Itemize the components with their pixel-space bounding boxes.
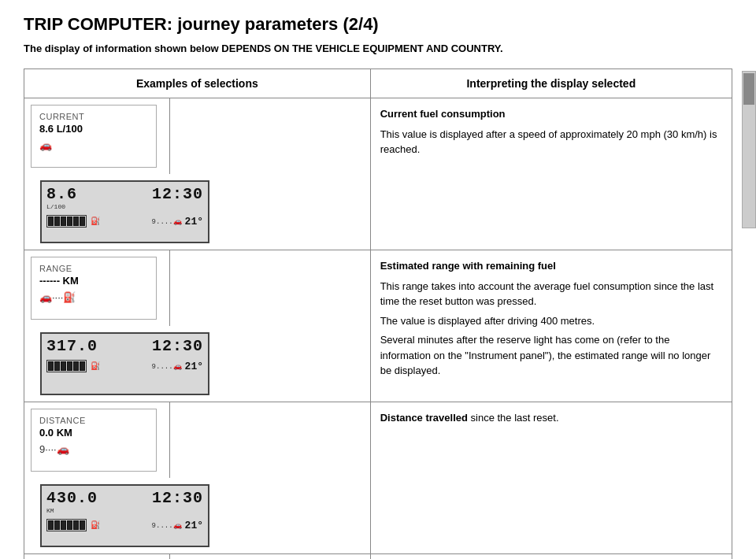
right-cell: Average speed since the last reset.The v…	[370, 554, 732, 560]
right-heading-bold: Estimated range with remaining fuel	[380, 260, 556, 272]
right-text-2: Several minutes after the reserve light …	[380, 332, 722, 379]
scrollbar[interactable]	[742, 71, 756, 228]
screen-temp: 21°	[185, 520, 203, 531]
subtitle: The display of information shown below D…	[24, 43, 732, 54]
fuel-bar: ⛽	[46, 215, 100, 228]
main-table: Examples of selections Interpreting the …	[24, 68, 732, 559]
left-cell: RANGE------ KM🚗····⛽317.012:30⛽9....🚗21°	[24, 250, 371, 402]
fuel-bar: ⛽	[46, 360, 100, 372]
right-cell: Distance travelled since the last reset.	[370, 402, 732, 554]
page-title: TRIP COMPUTER: journey parameters (2/4)	[24, 14, 732, 35]
pump-icon: ⛽	[91, 217, 100, 226]
screen-time: 12:30	[152, 337, 203, 355]
car-small-icon: 9....🚗	[152, 217, 182, 226]
right-heading: Current fuel consumption	[380, 106, 722, 122]
right-heading: Distance travelled since the last reset.	[380, 410, 722, 426]
left-cell: CURRENT8.6 L/100🚗8.6L/10012:30⛽9....🚗21°	[24, 98, 371, 250]
screen-temp: 21°	[185, 361, 203, 372]
pump-icon: ⛽	[91, 520, 100, 530]
label-icon: 🚗····⛽	[39, 291, 148, 303]
label-value: 8.6 L/100	[39, 123, 148, 135]
right-content: Distance travelled since the last reset.	[380, 410, 722, 426]
label-value: ------ KM	[39, 275, 148, 287]
screen-unit: L/100	[46, 203, 65, 210]
table-row: CURRENT8.6 L/100🚗8.6L/10012:30⛽9....🚗21°…	[24, 98, 732, 250]
display-screen: 8.6L/10012:30⛽9....🚗21°	[40, 180, 209, 243]
screen-main-value: 317.0	[46, 337, 98, 355]
right-content: Current fuel consumptionThis value is di…	[380, 106, 722, 157]
screen-temp: 21°	[185, 216, 203, 228]
label-title: DISTANCE	[39, 416, 148, 425]
scrollbar-thumb[interactable]	[743, 73, 754, 105]
right-content: Estimated range with remaining fuelThis …	[380, 258, 722, 379]
right-text-0: This range takes into account the averag…	[380, 279, 722, 309]
label-icon: 🚗	[39, 139, 148, 151]
right-heading-suffix: since the last reset.	[468, 412, 559, 424]
display-box: 430.0KM12:30⛽9....🚗21°	[24, 478, 225, 553]
screen-time: 12:30	[152, 185, 203, 203]
right-text-0: This value is displayed after a speed of…	[380, 127, 722, 157]
table-row: DISTANCE0.0 KM9····🚗430.0KM12:30⛽9....🚗2…	[24, 402, 732, 554]
right-heading-inline: Distance travelled	[380, 412, 468, 424]
display-screen: 317.012:30⛽9....🚗21°	[40, 332, 209, 395]
screen-time: 12:30	[152, 489, 203, 507]
right-cell: Current fuel consumptionThis value is di…	[370, 98, 732, 250]
label-value: 0.0 KM	[39, 427, 148, 439]
label-box: CURRENT8.6 L/100🚗	[24, 98, 170, 174]
right-cell: Estimated range with remaining fuelThis …	[370, 250, 732, 402]
col1-header: Examples of selections	[24, 69, 371, 98]
fuel-bar: ⛽	[46, 519, 100, 531]
page-container: TRIP COMPUTER: journey parameters (2/4) …	[0, 0, 756, 559]
label-title: RANGE	[39, 264, 148, 273]
col2-header: Interpreting the display selected	[370, 69, 732, 98]
label-icon: 9····🚗	[39, 443, 148, 455]
car-small-icon: 9....🚗	[152, 521, 182, 530]
display-screen: 430.0KM12:30⛽9....🚗21°	[40, 484, 209, 547]
right-heading-bold: Current fuel consumption	[380, 108, 506, 120]
table-row: AVERAGE109.2 KM/H9····🚗87.2KM/H12:30⛽9..…	[24, 554, 732, 560]
label-box: DISTANCE0.0 KM9····🚗	[24, 402, 170, 478]
right-text-1: The value is displayed after driving 400…	[380, 313, 722, 329]
pump-icon: ⛽	[91, 361, 100, 371]
display-box: 8.6L/10012:30⛽9....🚗21°	[24, 174, 225, 250]
label-title: CURRENT	[39, 112, 148, 121]
screen-main-value: 8.6	[46, 185, 77, 203]
display-box: 317.012:30⛽9....🚗21°	[24, 326, 225, 402]
left-cell: AVERAGE109.2 KM/H9····🚗87.2KM/H12:30⛽9..…	[24, 554, 371, 560]
label-box: RANGE------ KM🚗····⛽	[24, 250, 170, 326]
left-cell: DISTANCE0.0 KM9····🚗430.0KM12:30⛽9....🚗2…	[24, 402, 371, 554]
table-row: RANGE------ KM🚗····⛽317.012:30⛽9....🚗21°…	[24, 250, 732, 402]
label-box: AVERAGE109.2 KM/H9····🚗	[24, 554, 170, 559]
screen-unit: KM	[46, 507, 54, 514]
right-heading: Estimated range with remaining fuel	[380, 258, 722, 274]
screen-main-value: 430.0	[46, 489, 98, 507]
car-small-icon: 9....🚗	[152, 362, 182, 371]
